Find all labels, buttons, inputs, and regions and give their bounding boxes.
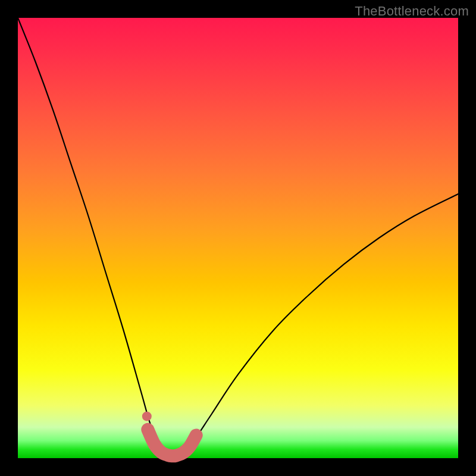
bottleneck-curve — [18, 18, 458, 456]
highlight-dot — [142, 412, 152, 421]
highlight-band — [148, 430, 196, 456]
chart-overlay — [18, 18, 458, 458]
watermark-text: TheBottleneck.com — [355, 4, 469, 19]
chart-frame: TheBottleneck.com — [0, 0, 476, 476]
